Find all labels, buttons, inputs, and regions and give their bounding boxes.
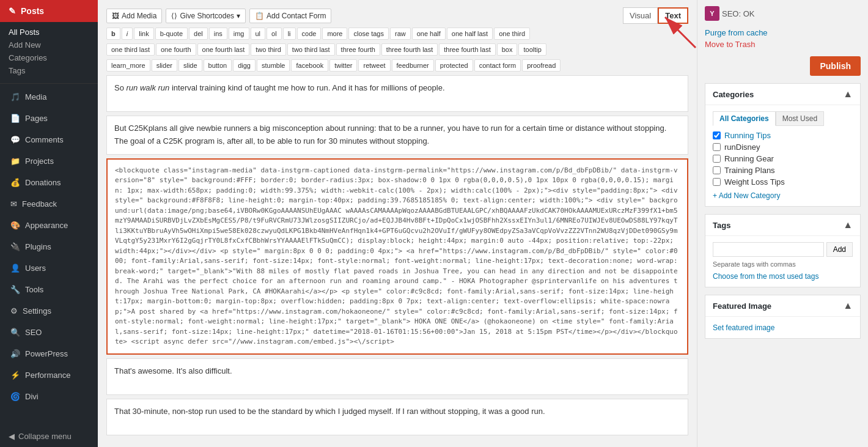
- format-two-third-last[interactable]: two third last: [287, 43, 335, 56]
- visual-tab[interactable]: Visual: [623, 7, 658, 24]
- format-stumble[interactable]: stumble: [257, 59, 290, 72]
- users-icon: 👤: [10, 264, 20, 273]
- category-training-plans[interactable]: Training Plans: [713, 166, 853, 175]
- sidebar-posts-header[interactable]: ✎ Posts: [0, 0, 98, 22]
- format-slider[interactable]: slider: [152, 59, 177, 72]
- format-two-third[interactable]: two third: [251, 43, 286, 56]
- sidebar-item-all-posts[interactable]: All Posts: [9, 26, 98, 39]
- sidebar-item-tags[interactable]: Tags: [9, 64, 98, 77]
- format-code[interactable]: code: [297, 28, 322, 40]
- sidebar-item-media[interactable]: 🎵 Media: [0, 86, 98, 108]
- format-learn-more[interactable]: learn_more: [106, 59, 150, 72]
- format-retweet[interactable]: retweet: [358, 59, 390, 72]
- format-more[interactable]: more: [322, 28, 347, 40]
- sidebar-item-users[interactable]: 👤 Users: [0, 257, 98, 279]
- content-after1[interactable]: That's awesome. It's also difficult.: [106, 358, 688, 395]
- format-feedburner[interactable]: feedburner: [392, 59, 434, 72]
- sidebar-item-powerpress[interactable]: 🔊 PowerPress: [0, 343, 98, 364]
- tags-toggle-icon[interactable]: ▲: [843, 220, 853, 231]
- format-ol[interactable]: ol: [267, 28, 282, 40]
- category-weight-loss-tips[interactable]: Weight Loss Tips: [713, 177, 853, 187]
- content-before[interactable]: So run walk run interval training kind o…: [106, 75, 688, 112]
- category-run-disney-checkbox[interactable]: [713, 143, 721, 151]
- content-after2[interactable]: That 30-minute, non-stop run used to be …: [106, 399, 688, 435]
- format-three-fourth-last[interactable]: three fourth last: [381, 43, 438, 56]
- set-featured-image-link[interactable]: Set featured image: [713, 323, 774, 332]
- collapse-menu-btn[interactable]: ◀ Collapse menu: [0, 426, 98, 447]
- format-digg[interactable]: digg: [233, 59, 256, 72]
- move-to-trash-link[interactable]: Move to Trash: [705, 40, 861, 49]
- format-one-third-last[interactable]: one third last: [106, 43, 155, 56]
- sidebar-item-feedback[interactable]: ✉ Feedback: [0, 193, 98, 215]
- format-tooltip[interactable]: tooltip: [518, 43, 546, 56]
- sidebar-item-donations[interactable]: 💰 Donations: [0, 172, 98, 193]
- format-one-fourth[interactable]: one fourth: [156, 43, 196, 56]
- sidebar-item-categories[interactable]: Categories: [9, 51, 98, 64]
- format-b[interactable]: b: [106, 28, 120, 40]
- sidebar-item-divi[interactable]: 🌀 Divi: [0, 386, 98, 407]
- sidebar-item-tools[interactable]: 🔧 Tools: [0, 279, 98, 300]
- purge-cache-link[interactable]: Purge from cache: [705, 28, 861, 37]
- category-running-tips-checkbox[interactable]: [713, 131, 721, 139]
- tags-choose-link[interactable]: Choose from the most used tags: [713, 272, 818, 281]
- format-i[interactable]: i: [122, 28, 133, 40]
- format-ul[interactable]: ul: [251, 28, 266, 40]
- format-close-tags[interactable]: close tags: [348, 28, 389, 40]
- sidebar-item-settings[interactable]: ⚙ Settings: [0, 300, 98, 322]
- publish-button[interactable]: Publish: [810, 56, 861, 76]
- sidebar-item-plugins[interactable]: 🔌 Plugins: [0, 236, 98, 257]
- most-used-tab[interactable]: Most Used: [776, 111, 824, 126]
- category-weight-loss-tips-checkbox[interactable]: [713, 178, 721, 186]
- all-categories-tab[interactable]: All Categories: [713, 111, 776, 126]
- categories-toggle-icon[interactable]: ▲: [843, 89, 853, 100]
- format-one-fourth-last[interactable]: one fourth last: [197, 43, 250, 56]
- format-twitter[interactable]: twitter: [329, 59, 357, 72]
- category-run-disney[interactable]: runDisney: [713, 142, 853, 152]
- divi-icon: 🌀: [10, 392, 20, 401]
- sidebar-item-seo[interactable]: 🔍 SEO: [0, 322, 98, 343]
- format-box[interactable]: box: [497, 43, 518, 56]
- add-media-button[interactable]: 🖼 Add Media: [106, 9, 162, 23]
- sidebar-item-projects[interactable]: 📁 Projects: [0, 150, 98, 172]
- format-slide[interactable]: slide: [178, 59, 202, 72]
- format-three-fourth[interactable]: three fourth: [336, 43, 380, 56]
- category-running-gear-checkbox[interactable]: [713, 155, 721, 163]
- format-three-fourth-last2[interactable]: three fourth last: [439, 43, 495, 56]
- category-weight-loss-tips-label: Weight Loss Tips: [724, 177, 785, 187]
- featured-image-toggle[interactable]: ▲: [843, 300, 853, 311]
- format-facebook[interactable]: facebook: [291, 59, 328, 72]
- format-img[interactable]: img: [229, 28, 249, 40]
- sidebar-item-appearance[interactable]: 🎨 Appearance: [0, 215, 98, 236]
- format-one-half-last[interactable]: one half last: [447, 28, 493, 40]
- format-del[interactable]: del: [189, 28, 208, 40]
- format-contact-form[interactable]: contact form: [474, 59, 521, 72]
- content-para[interactable]: But C25Kplans all give newbie runners a …: [106, 116, 688, 155]
- category-training-plans-checkbox[interactable]: [713, 166, 721, 174]
- sidebar-item-add-new[interactable]: Add New: [9, 39, 98, 51]
- category-running-gear[interactable]: Running Gear: [713, 154, 853, 163]
- format-ins[interactable]: ins: [209, 28, 227, 40]
- add-category-link[interactable]: + Add New Category: [713, 191, 853, 200]
- format-one-third[interactable]: one third: [494, 28, 530, 40]
- category-list: Running Tips runDisney Running Gear Trai…: [713, 131, 853, 187]
- posts-submenu: All Posts Add New Categories Tags: [0, 22, 98, 81]
- format-button[interactable]: button: [204, 59, 232, 72]
- format-b-quote[interactable]: b-quote: [155, 28, 188, 40]
- give-shortcodes-button[interactable]: ⟨⟩ Give Shortcodes ▾: [166, 9, 246, 23]
- sidebar-item-pages[interactable]: 📄 Pages: [0, 108, 98, 129]
- tags-add-button[interactable]: Add: [826, 242, 853, 257]
- format-protected[interactable]: protected: [435, 59, 473, 72]
- sidebar-item-comments[interactable]: 💬 Comments: [0, 129, 98, 150]
- format-raw[interactable]: raw: [390, 28, 411, 40]
- format-one-half[interactable]: one half: [412, 28, 446, 40]
- sidebar-item-performance[interactable]: ⚡ Performance: [0, 364, 98, 386]
- featured-image-header: Featured Image ▲: [705, 295, 860, 317]
- add-contact-form-button[interactable]: 📋 Add Contact Form: [249, 9, 331, 23]
- format-proofread[interactable]: proofread: [522, 59, 561, 72]
- tags-input[interactable]: [713, 242, 824, 257]
- text-tab[interactable]: Text: [658, 7, 688, 24]
- code-block[interactable]: <blockquote class="instagram-media" data…: [106, 158, 688, 355]
- category-running-tips[interactable]: Running Tips: [713, 131, 853, 140]
- format-li[interactable]: li: [283, 28, 296, 40]
- format-link[interactable]: link: [134, 28, 154, 40]
